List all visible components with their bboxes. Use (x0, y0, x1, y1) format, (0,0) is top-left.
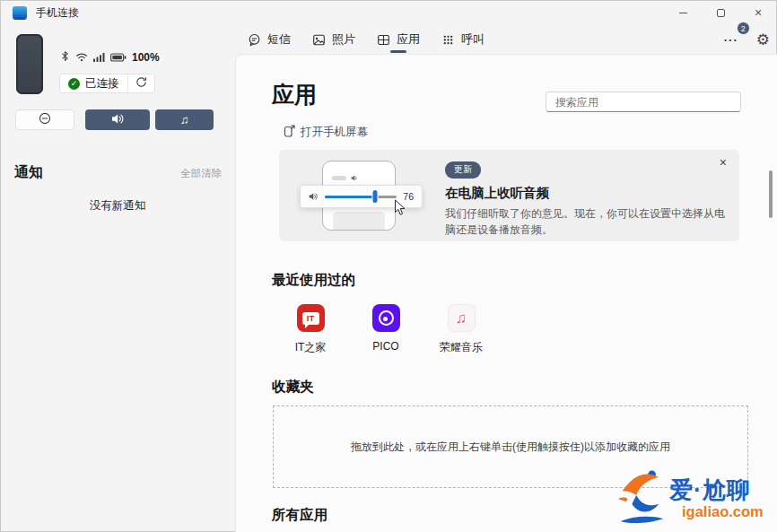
open-phone-screen-link[interactable]: 打开手机屏幕 (284, 125, 368, 140)
connection-status: ✓ 已连接 (60, 76, 127, 92)
illustration-speaker-icon (351, 170, 359, 186)
app-label: IT之家 (295, 340, 327, 355)
do-not-disturb-button[interactable] (15, 109, 74, 130)
tab-photos[interactable]: 照片 (301, 25, 366, 54)
music-button[interactable]: ♫ (155, 109, 214, 130)
volume-slider-track[interactable] (325, 196, 397, 198)
ithome-logo-text: IT (302, 312, 319, 325)
apps-panel: 应用 打开手机屏幕 × (235, 54, 777, 532)
volume-slider-thumb[interactable] (373, 190, 378, 203)
do-not-disturb-icon (39, 112, 51, 128)
phone-status-row: 100% (60, 50, 160, 65)
volume-slider-fill (325, 196, 375, 198)
notifications-header: 通知 全部清除 (14, 163, 222, 182)
page-title: 应用 (272, 80, 317, 109)
no-notifications-text: 没有新通知 (0, 198, 235, 214)
honor-music-app-icon: ♫ (448, 304, 476, 332)
app-label: 荣耀音乐 (440, 340, 483, 355)
bluetooth-icon (60, 49, 70, 65)
volume-speaker-icon (309, 188, 319, 205)
watermark-site: igaliao.com (682, 503, 764, 519)
gear-icon: ⚙ (756, 31, 770, 48)
connected-check-icon: ✓ (68, 78, 80, 90)
search-input[interactable] (546, 92, 741, 112)
apps-icon (377, 33, 390, 47)
sidebar: 100% ✓ 已连接 ♫ 通知 全部清除 没有新通知 (0, 25, 235, 532)
tab-messages-label: 短信 (267, 31, 291, 48)
music-note-icon: ♫ (180, 114, 189, 126)
tab-photos-label: 照片 (332, 31, 355, 48)
tab-apps-label: 应用 (397, 31, 420, 48)
watermark-text: 爱·尬聊 igaliao.com (669, 477, 764, 519)
mouse-cursor (394, 199, 406, 220)
phone-link-window: 手机连接 × 短信 照片 应用 呼叫 ··· 2 ⚙ (0, 0, 777, 532)
ithome-app-icon: IT (297, 304, 325, 332)
watermark-runner-logo (615, 466, 668, 532)
close-icon: × (755, 6, 762, 19)
cellular-signal-icon (93, 49, 105, 65)
minimize-icon (679, 13, 687, 13)
tab-messages[interactable]: 短信 (237, 25, 301, 54)
connected-label: 已连接 (85, 76, 119, 92)
minimize-button[interactable] (664, 0, 702, 25)
refresh-icon (135, 75, 147, 92)
watermark: 爱·尬聊 igaliao.com (615, 467, 775, 530)
phone-link-app-icon (13, 6, 27, 19)
audio-button[interactable] (85, 109, 150, 130)
scrollbar-thumb[interactable] (769, 170, 773, 218)
app-item-ithome[interactable]: IT IT之家 (273, 304, 348, 355)
topbar-actions: ··· 2 ⚙ (719, 25, 770, 54)
more-button[interactable]: ··· 2 (719, 28, 744, 51)
phone-thumbnail (16, 34, 43, 94)
favorites-hint: 拖放到此处，或在应用上右键单击(使用触摸按住)以添加收藏的应用 (324, 440, 697, 455)
photos-icon (312, 33, 326, 47)
speaker-icon (111, 112, 125, 128)
recent-section-title: 最近使用过的 (272, 271, 355, 290)
more-icon: ··· (724, 33, 738, 47)
notifications-title: 通知 (14, 163, 43, 182)
tab-calls-label: 呼叫 (461, 31, 485, 48)
banner-title: 在电脑上收听音频 (445, 185, 734, 202)
tab-bar: 短信 照片 应用 呼叫 (235, 25, 777, 54)
battery-percent: 100% (132, 51, 160, 64)
pico-app-icon (372, 304, 400, 332)
update-badge: 更新 (445, 161, 481, 179)
clear-all-button[interactable]: 全部清除 (180, 167, 222, 180)
battery-icon (110, 49, 127, 65)
dialpad-icon (441, 33, 455, 47)
audio-update-banner: × 76 (279, 150, 739, 241)
illustration-pill (332, 176, 346, 180)
app-item-honor-music[interactable]: ♫ 荣耀音乐 (423, 304, 499, 355)
banner-description: 我们仔细听取了你的意见。现在，你可以在设置中选择从电脑还是设备播放音频。 (445, 205, 734, 239)
banner-text: 更新 在电脑上收听音频 我们仔细听取了你的意见。现在，你可以在设置中选择从电脑还… (445, 160, 734, 239)
illustration-card (333, 212, 385, 231)
connection-status-badge: ✓ 已连接 (59, 74, 155, 93)
settings-button[interactable]: ⚙ (756, 32, 770, 48)
app-label: PICO (372, 340, 398, 353)
phone-screen-icon (284, 125, 295, 140)
pico-logo (379, 310, 394, 326)
favorites-section-title: 收藏夹 (272, 378, 314, 397)
messages-icon (248, 33, 261, 47)
banner-illustration: 76 (300, 150, 448, 241)
honor-music-note-icon: ♫ (456, 310, 467, 327)
window-title: 手机连接 (36, 5, 79, 21)
tab-apps[interactable]: 应用 (366, 25, 431, 54)
titlebar: 手机连接 × (0, 0, 777, 25)
maximize-icon (717, 9, 725, 17)
wifi-icon (75, 49, 88, 65)
refresh-button[interactable] (128, 74, 154, 93)
open-phone-screen-label: 打开手机屏幕 (301, 125, 368, 140)
window-controls: × (664, 0, 777, 25)
recent-apps-row: IT IT之家 PICO ♫ 荣耀音乐 (273, 304, 499, 355)
notification-count-badge: 2 (737, 22, 750, 35)
maximize-button[interactable] (702, 0, 739, 25)
watermark-title: 爱·尬聊 (669, 477, 764, 503)
app-item-pico[interactable]: PICO (348, 304, 423, 355)
tab-calls[interactable]: 呼叫 (431, 25, 495, 54)
all-apps-section-title: 所有应用 (272, 506, 327, 525)
